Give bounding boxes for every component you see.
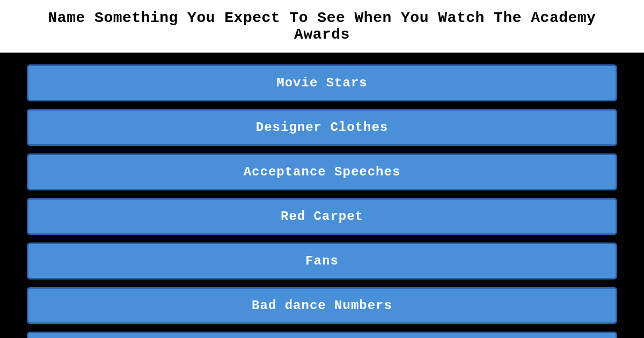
answer-btn-1[interactable]: Movie Stars xyxy=(27,64,617,101)
answer-btn-7[interactable]: www.familyfeudfriends.comMusicians xyxy=(27,332,617,338)
answer-label-4: Red Carpet xyxy=(281,209,363,224)
answers-container: Movie StarsDesigner ClothesAcceptance Sp… xyxy=(0,55,644,338)
answer-label-5: Fans xyxy=(305,254,339,268)
answer-label-1: Movie Stars xyxy=(276,76,367,90)
answer-btn-4[interactable]: Red Carpet xyxy=(27,198,617,235)
header: Name Something You Expect To See When Yo… xyxy=(0,0,644,55)
answer-label-6: Bad dance Numbers xyxy=(252,298,392,313)
page-title: Name Something You Expect To See When Yo… xyxy=(48,10,596,43)
answer-btn-5[interactable]: Fans xyxy=(27,243,617,280)
answer-btn-2[interactable]: Designer Clothes xyxy=(27,109,617,146)
answer-label-2: Designer Clothes xyxy=(256,120,388,135)
answer-btn-6[interactable]: Bad dance Numbers xyxy=(27,287,617,324)
answer-label-3: Acceptance Speeches xyxy=(244,165,401,179)
answer-btn-3[interactable]: Acceptance Speeches xyxy=(27,153,617,190)
